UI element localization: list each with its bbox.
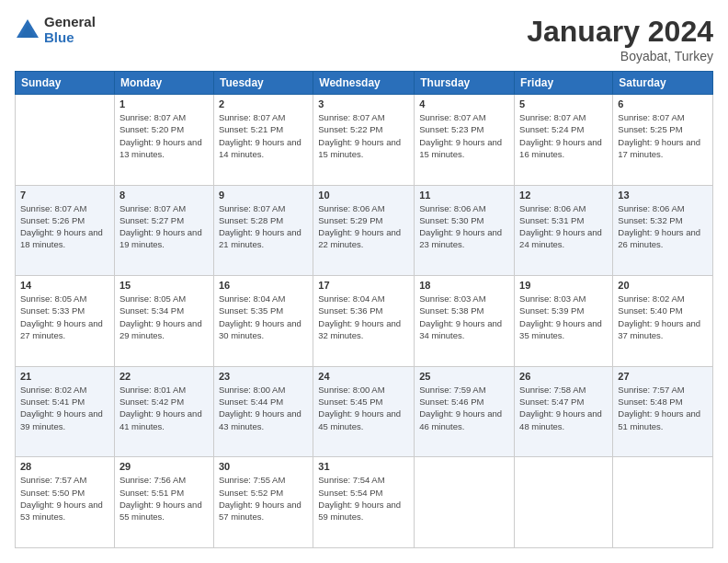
day-info: Sunrise: 7:54 AMSunset: 5:54 PMDaylight:… [318,474,409,523]
day-cell: 17 Sunrise: 8:04 AMSunset: 5:36 PMDaylig… [313,276,415,367]
day-number: 24 [318,371,409,382]
day-header-monday: Monday [114,72,213,95]
day-number: 17 [318,280,409,291]
day-cell: 2 Sunrise: 8:07 AMSunset: 5:21 PMDayligh… [213,95,313,186]
day-header-sunday: Sunday [16,72,115,95]
day-info: Sunrise: 8:02 AMSunset: 5:40 PMDaylight:… [618,293,708,341]
day-number: 13 [618,190,708,201]
day-cell: 8 Sunrise: 8:07 AMSunset: 5:27 PMDayligh… [114,185,213,276]
day-cell: 30 Sunrise: 7:55 AMSunset: 5:52 PMDaylig… [213,457,313,548]
day-cell: 19 Sunrise: 8:03 AMSunset: 5:39 PMDaylig… [515,276,613,367]
day-cell: 16 Sunrise: 8:04 AMSunset: 5:35 PMDaylig… [213,276,313,367]
calendar-table: SundayMondayTuesdayWednesdayThursdayFrid… [15,71,713,548]
day-info: Sunrise: 8:07 AMSunset: 5:28 PMDaylight:… [219,202,308,251]
day-cell: 29 Sunrise: 7:56 AMSunset: 5:51 PMDaylig… [114,457,213,548]
day-info: Sunrise: 8:06 AMSunset: 5:31 PMDaylight:… [519,202,608,251]
day-info: Sunrise: 8:03 AMSunset: 5:39 PMDaylight:… [519,293,608,341]
logo-text: General Blue [44,15,96,45]
day-info: Sunrise: 8:03 AMSunset: 5:38 PMDaylight:… [419,293,509,341]
day-number: 28 [20,461,109,472]
day-number: 11 [419,190,509,201]
day-info: Sunrise: 8:07 AMSunset: 5:21 PMDaylight:… [219,111,308,160]
day-number: 26 [519,371,608,382]
title-section: January 2024 Boyabat, Turkey [527,15,713,63]
day-cell: 11 Sunrise: 8:06 AMSunset: 5:30 PMDaylig… [415,185,515,276]
day-number: 10 [318,190,409,201]
day-cell: 20 Sunrise: 8:02 AMSunset: 5:40 PMDaylig… [613,276,713,367]
day-info: Sunrise: 8:07 AMSunset: 5:24 PMDaylight:… [519,111,608,160]
day-cell: 4 Sunrise: 8:07 AMSunset: 5:23 PMDayligh… [415,95,515,186]
day-cell [415,457,515,548]
day-cell: 28 Sunrise: 7:57 AMSunset: 5:50 PMDaylig… [16,457,115,548]
day-cell [613,457,713,548]
day-cell: 24 Sunrise: 8:00 AMSunset: 5:45 PMDaylig… [313,366,415,457]
day-number: 5 [519,98,608,109]
day-info: Sunrise: 8:05 AMSunset: 5:33 PMDaylight:… [20,293,109,341]
header-row: SundayMondayTuesdayWednesdayThursdayFrid… [16,72,713,95]
day-info: Sunrise: 8:06 AMSunset: 5:29 PMDaylight:… [318,202,409,251]
day-info: Sunrise: 8:07 AMSunset: 5:22 PMDaylight:… [318,111,409,160]
page: General Blue January 2024 Boyabat, Turke… [0,0,728,563]
day-info: Sunrise: 8:00 AMSunset: 5:45 PMDaylight:… [318,384,409,432]
day-cell: 3 Sunrise: 8:07 AMSunset: 5:22 PMDayligh… [313,95,415,186]
day-cell: 10 Sunrise: 8:06 AMSunset: 5:29 PMDaylig… [313,185,415,276]
day-info: Sunrise: 8:04 AMSunset: 5:35 PMDaylight:… [219,293,308,341]
day-number: 31 [318,461,409,472]
day-info: Sunrise: 7:56 AMSunset: 5:51 PMDaylight:… [119,474,209,523]
logo: General Blue [15,15,96,45]
day-info: Sunrise: 8:06 AMSunset: 5:30 PMDaylight:… [419,202,509,251]
day-number: 15 [119,280,209,291]
day-info: Sunrise: 8:06 AMSunset: 5:32 PMDaylight:… [618,202,708,251]
day-cell: 18 Sunrise: 8:03 AMSunset: 5:38 PMDaylig… [415,276,515,367]
day-number: 12 [519,190,608,201]
day-header-saturday: Saturday [613,72,713,95]
day-header-thursday: Thursday [415,72,515,95]
day-info: Sunrise: 7:57 AMSunset: 5:48 PMDaylight:… [618,384,708,432]
day-info: Sunrise: 8:02 AMSunset: 5:41 PMDaylight:… [20,384,109,432]
day-cell: 14 Sunrise: 8:05 AMSunset: 5:33 PMDaylig… [16,276,115,367]
day-info: Sunrise: 8:04 AMSunset: 5:36 PMDaylight:… [318,293,409,341]
day-number: 29 [119,461,209,472]
week-row-2: 7 Sunrise: 8:07 AMSunset: 5:26 PMDayligh… [16,185,713,276]
day-cell: 22 Sunrise: 8:01 AMSunset: 5:42 PMDaylig… [114,366,213,457]
day-number: 27 [618,371,708,382]
day-number: 6 [618,98,708,109]
logo-icon [15,17,40,43]
day-number: 1 [119,98,209,109]
day-number: 19 [519,280,608,291]
day-cell: 5 Sunrise: 8:07 AMSunset: 5:24 PMDayligh… [515,95,613,186]
day-cell: 13 Sunrise: 8:06 AMSunset: 5:32 PMDaylig… [613,185,713,276]
week-row-5: 28 Sunrise: 7:57 AMSunset: 5:50 PMDaylig… [16,457,713,548]
logo-general-label: General [44,15,96,30]
day-number: 20 [618,280,708,291]
day-info: Sunrise: 7:58 AMSunset: 5:47 PMDaylight:… [519,384,608,432]
week-row-4: 21 Sunrise: 8:02 AMSunset: 5:41 PMDaylig… [16,366,713,457]
day-number: 4 [419,98,509,109]
day-number: 2 [219,98,308,109]
week-row-1: 1 Sunrise: 8:07 AMSunset: 5:20 PMDayligh… [16,95,713,186]
day-number: 22 [119,371,209,382]
day-number: 9 [219,190,308,201]
day-info: Sunrise: 8:07 AMSunset: 5:27 PMDaylight:… [119,202,209,251]
day-cell: 21 Sunrise: 8:02 AMSunset: 5:41 PMDaylig… [16,366,115,457]
day-info: Sunrise: 8:07 AMSunset: 5:23 PMDaylight:… [419,111,509,160]
header: General Blue January 2024 Boyabat, Turke… [15,15,713,63]
calendar-subtitle: Boyabat, Turkey [527,49,713,63]
day-cell: 7 Sunrise: 8:07 AMSunset: 5:26 PMDayligh… [16,185,115,276]
day-cell: 31 Sunrise: 7:54 AMSunset: 5:54 PMDaylig… [313,457,415,548]
day-info: Sunrise: 8:07 AMSunset: 5:25 PMDaylight:… [618,111,708,160]
day-number: 21 [20,371,109,382]
day-cell [16,95,115,186]
day-number: 7 [20,190,109,201]
day-info: Sunrise: 8:00 AMSunset: 5:44 PMDaylight:… [219,384,308,432]
day-header-wednesday: Wednesday [313,72,415,95]
day-info: Sunrise: 8:07 AMSunset: 5:26 PMDaylight:… [20,202,109,251]
day-info: Sunrise: 8:07 AMSunset: 5:20 PMDaylight:… [119,111,209,160]
day-header-tuesday: Tuesday [213,72,313,95]
day-cell: 15 Sunrise: 8:05 AMSunset: 5:34 PMDaylig… [114,276,213,367]
day-info: Sunrise: 8:05 AMSunset: 5:34 PMDaylight:… [119,293,209,341]
day-cell: 12 Sunrise: 8:06 AMSunset: 5:31 PMDaylig… [515,185,613,276]
calendar-title: January 2024 [527,15,713,49]
day-number: 18 [419,280,509,291]
day-number: 8 [119,190,209,201]
